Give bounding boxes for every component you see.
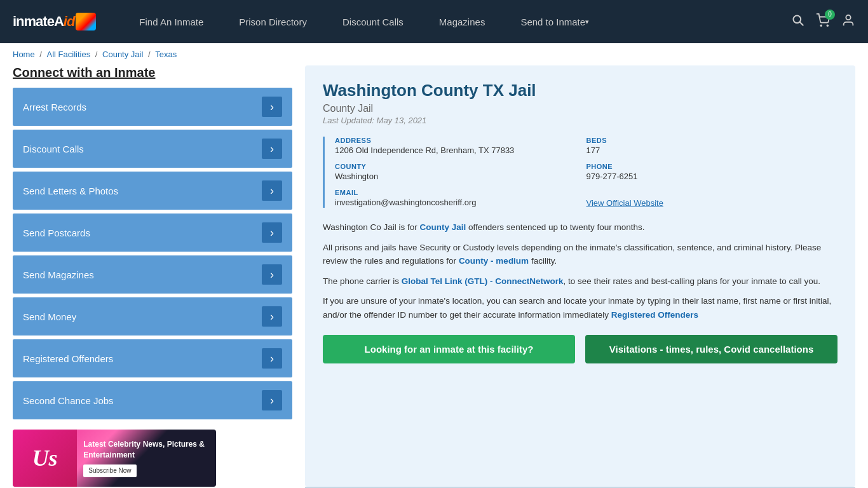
sidebar-item-send-postcards[interactable]: Send Postcards ›	[13, 214, 292, 252]
main-nav: Find An Inmate Prison Directory Discount…	[121, 0, 792, 43]
logo-icon	[76, 13, 96, 30]
visitations-button[interactable]: Visitations - times, rules, Covid cancel…	[585, 335, 837, 363]
sidebar-label-arrest-records: Arrest Records	[23, 102, 86, 112]
action-buttons: Looking for an inmate at this facility? …	[323, 335, 837, 363]
arrow-icon: ›	[262, 390, 282, 410]
beds-label: BEDS	[587, 137, 838, 144]
sidebar-item-registered-offenders[interactable]: Registered Offenders ›	[13, 339, 292, 377]
sidebar-label-send-money: Send Money	[23, 311, 76, 322]
nav-discount-calls[interactable]: Discount Calls	[325, 0, 421, 43]
desc-2: All prisons and jails have Security or C…	[323, 241, 837, 268]
facility-subtitle: County Jail	[323, 103, 837, 114]
ad-logo: Us	[32, 445, 58, 471]
address-value: 1206 Old Independence Rd, Brenham, TX 77…	[335, 146, 587, 155]
facility-title: Washington County TX Jail	[323, 81, 837, 100]
beds-value: 177	[587, 146, 838, 155]
nav-find-inmate[interactable]: Find An Inmate	[121, 0, 221, 43]
user-icon[interactable]	[841, 13, 855, 30]
arrow-icon: ›	[262, 348, 282, 369]
arrow-icon: ›	[262, 139, 282, 159]
sidebar: Connect with an Inmate Arrest Records › …	[13, 65, 292, 487]
arrow-icon: ›	[262, 306, 282, 327]
sidebar-label-discount-calls: Discount Calls	[23, 144, 84, 154]
sidebar-item-discount-calls[interactable]: Discount Calls ›	[13, 130, 292, 168]
looking-for-inmate-button[interactable]: Looking for an inmate at this facility?	[323, 335, 575, 363]
beds-block: BEDS 177	[587, 137, 838, 155]
sidebar-title: Connect with an Inmate	[13, 65, 292, 80]
ad-subscribe-button[interactable]: Subscribe Now	[83, 464, 136, 477]
gtl-link[interactable]: Global Tel Link (GTL) - ConnectNetwork	[402, 276, 564, 286]
cart-icon[interactable]: 0	[816, 13, 830, 30]
nav-prison-directory[interactable]: Prison Directory	[221, 0, 325, 43]
sidebar-label-send-magazines: Send Magazines	[23, 269, 94, 280]
ad-content: Latest Celebrity News, Pictures & Entert…	[77, 434, 216, 482]
website-block: View Official Website	[587, 189, 838, 208]
sidebar-label-registered-offenders: Registered Offenders	[23, 353, 113, 364]
breadcrumb-home[interactable]: Home	[13, 50, 35, 59]
breadcrumb: Home / All Facilities / County Jail / Te…	[0, 43, 868, 65]
logo-text: inmateAid	[13, 13, 74, 30]
county-label: COUNTY	[335, 163, 587, 170]
email-label: EMAIL	[335, 189, 587, 196]
facility-last-updated: Last Updated: May 13, 2021	[323, 116, 837, 125]
nav-send-to-inmate[interactable]: Send to Inmate	[503, 0, 607, 43]
county-medium-link[interactable]: County - medium	[459, 256, 529, 266]
county-jail-link[interactable]: County Jail	[420, 222, 466, 232]
breadcrumb-county-jail[interactable]: County Jail	[102, 50, 143, 59]
sidebar-label-send-postcards: Send Postcards	[23, 227, 90, 238]
breadcrumb-all-facilities[interactable]: All Facilities	[47, 50, 91, 59]
website-link[interactable]: View Official Website	[587, 198, 663, 208]
ad-logo-area: Us	[13, 430, 77, 487]
address-block: ADDRESS 1206 Old Independence Rd, Brenha…	[335, 137, 587, 155]
ad-banner[interactable]: Us Latest Celebrity News, Pictures & Ent…	[13, 430, 216, 487]
detail-panel: Washington County TX Jail County Jail La…	[305, 65, 855, 487]
nav-magazines[interactable]: Magazines	[421, 0, 503, 43]
info-grid: ADDRESS 1206 Old Independence Rd, Brenha…	[323, 137, 837, 208]
logo[interactable]: inmateAid	[13, 13, 96, 30]
header: inmateAid Find An Inmate Prison Director…	[0, 0, 868, 43]
sidebar-item-second-chance-jobs[interactable]: Second Chance Jobs ›	[13, 381, 292, 419]
sidebar-item-send-magazines[interactable]: Send Magazines ›	[13, 255, 292, 294]
ad-title: Latest Celebrity News, Pictures & Entert…	[83, 439, 210, 461]
desc-3: The phone carrier is Global Tel Link (GT…	[323, 274, 837, 288]
county-value: Washington	[335, 172, 587, 181]
breadcrumb-texas[interactable]: Texas	[155, 50, 177, 59]
address-label: ADDRESS	[335, 137, 587, 144]
arrow-icon: ›	[262, 222, 282, 243]
county-block: COUNTY Washington	[335, 163, 587, 181]
arrow-icon: ›	[262, 180, 282, 201]
sidebar-item-send-money[interactable]: Send Money ›	[13, 297, 292, 336]
email-value: investigation@washingtoncosheriff.org	[335, 198, 587, 207]
website-spacer	[587, 189, 838, 196]
desc-1: Washington Co Jail is for County Jail of…	[323, 220, 837, 234]
svg-point-2	[820, 25, 822, 26]
svg-point-0	[794, 15, 801, 23]
sidebar-item-send-letters[interactable]: Send Letters & Photos ›	[13, 172, 292, 210]
svg-point-4	[846, 15, 850, 19]
desc-4: If you are unsure of your inmate's locat…	[323, 294, 837, 322]
svg-line-1	[800, 22, 804, 25]
header-icons: 0	[792, 13, 855, 30]
svg-point-3	[827, 25, 828, 26]
arrow-icon: ›	[262, 97, 282, 117]
phone-block: PHONE 979-277-6251	[587, 163, 838, 181]
cart-badge: 0	[825, 10, 835, 20]
registered-offenders-link[interactable]: Registered Offenders	[611, 310, 698, 320]
arrow-icon: ›	[262, 264, 282, 285]
sidebar-label-send-letters: Send Letters & Photos	[23, 186, 118, 196]
search-icon[interactable]	[792, 14, 804, 30]
phone-label: PHONE	[587, 163, 838, 170]
sidebar-label-second-chance-jobs: Second Chance Jobs	[23, 395, 114, 406]
main-content: Connect with an Inmate Arrest Records › …	[0, 65, 868, 487]
phone-value: 979-277-6251	[587, 172, 838, 181]
email-block: EMAIL investigation@washingtoncosheriff.…	[335, 189, 587, 208]
sidebar-item-arrest-records[interactable]: Arrest Records ›	[13, 88, 292, 126]
